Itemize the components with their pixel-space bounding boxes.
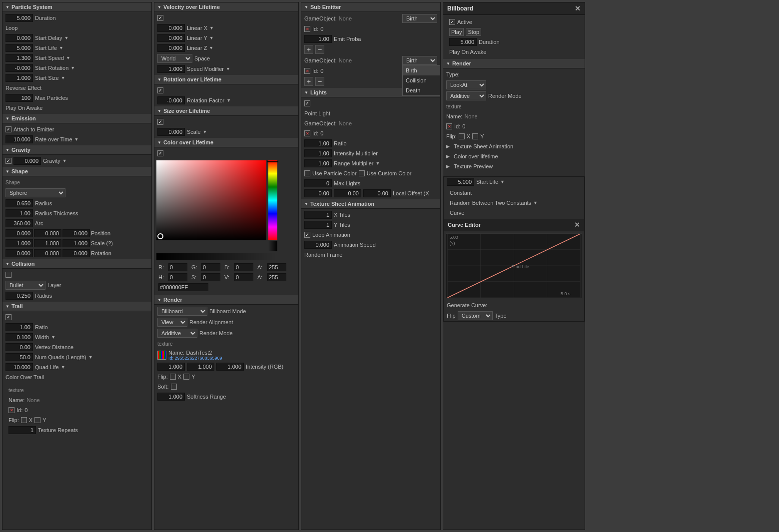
bb-color-lifetime-toggle[interactable]: ▶ <box>446 154 450 159</box>
rot-checkbox[interactable] <box>157 87 163 93</box>
trail-quads-dropdown[interactable]: ▼ <box>88 355 93 360</box>
flip-y-checkbox2[interactable] <box>183 374 189 380</box>
start-rotation-dropdown[interactable]: ▼ <box>70 65 75 70</box>
lights-checkbox[interactable] <box>304 100 310 106</box>
color-lifetime-header[interactable]: ▼ Color over Lifetime <box>154 138 298 147</box>
start-speed-dropdown[interactable]: ▼ <box>66 55 70 60</box>
start-life-field[interactable] <box>5 44 33 52</box>
max-lights-field[interactable] <box>304 179 332 187</box>
bb-additive-select[interactable]: Additive <box>446 91 486 100</box>
se-id-x1[interactable] <box>304 26 310 32</box>
ratio-field[interactable] <box>304 139 332 147</box>
rot-z-field[interactable] <box>62 249 90 257</box>
s-input[interactable] <box>201 273 220 281</box>
radius-field[interactable] <box>5 199 33 207</box>
trail-ratio-field[interactable] <box>5 323 33 331</box>
intensity-b-field[interactable] <box>216 363 244 371</box>
trail-vertex-field[interactable] <box>5 343 33 351</box>
sub-emitter-header[interactable]: ▼ Sub Emitter <box>301 2 440 12</box>
linear-x-field[interactable] <box>157 24 185 32</box>
size-checkbox[interactable] <box>157 119 163 125</box>
billboard-close-btn[interactable]: ✕ <box>575 4 581 12</box>
vel-checkbox[interactable] <box>157 15 163 21</box>
bb-tex-preview-toggle[interactable]: ▶ <box>446 164 450 169</box>
shape-header[interactable]: ▼ Shape <box>2 167 151 176</box>
offset-y-field[interactable] <box>334 189 361 197</box>
bb-lookat-select[interactable]: LookAt <box>446 80 486 89</box>
softness-range-field[interactable] <box>157 393 185 401</box>
linear-x-dropdown[interactable]: ▼ <box>209 25 214 30</box>
velocity-header[interactable]: ▼ Velocity over Lifetime <box>154 2 298 12</box>
rate-over-time-field[interactable] <box>5 135 33 143</box>
y-tiles-field[interactable] <box>304 221 332 229</box>
trail-quad-life-field[interactable] <box>5 363 33 371</box>
rotation-factor-field[interactable] <box>157 96 185 104</box>
start-delay-field[interactable] <box>5 34 33 42</box>
bb-render-header[interactable]: ▼ Render <box>443 59 585 68</box>
texture-repeats-field[interactable] <box>8 426 36 434</box>
col-radius-field[interactable] <box>5 292 33 300</box>
custom-select[interactable]: Custom <box>458 311 493 320</box>
anim-speed-field[interactable] <box>304 241 332 249</box>
color-picker-cursor[interactable] <box>157 233 163 239</box>
soft-checkbox[interactable] <box>171 384 177 390</box>
flip-x-checkbox[interactable] <box>21 417 27 423</box>
range-mult-dropdown[interactable]: ▼ <box>375 161 380 166</box>
space-select[interactable]: World <box>157 54 192 63</box>
start-delay-dropdown[interactable]: ▼ <box>64 35 68 40</box>
se-birth-select2[interactable]: Birth <box>402 56 437 65</box>
x-tiles-field[interactable] <box>304 211 332 219</box>
scale-dropdown[interactable]: ▼ <box>203 129 207 134</box>
color-gradient[interactable] <box>156 160 266 240</box>
render-header[interactable]: ▼ Render <box>154 295 298 305</box>
trail-num-quads-field[interactable] <box>5 353 33 361</box>
start-life-dropdown[interactable]: ▼ <box>59 45 63 50</box>
range-mult-field[interactable] <box>304 159 332 167</box>
start-speed-field[interactable] <box>5 54 33 62</box>
random-between-dropdown[interactable]: ▼ <box>533 200 538 205</box>
bb-tex-sheet-toggle[interactable]: ▶ <box>446 144 450 149</box>
active-checkbox[interactable] <box>449 19 455 25</box>
texture-sheet-header[interactable]: ▼ Texture Sheet Animation <box>301 199 440 209</box>
speed-mod-dropdown[interactable]: ▼ <box>226 66 230 71</box>
death-option[interactable]: Death <box>403 85 441 95</box>
bb-duration-field[interactable] <box>449 38 477 46</box>
bb-flip-y-checkbox[interactable] <box>472 133 478 139</box>
collision-option[interactable]: Collision <box>403 75 441 85</box>
use-particle-color-checkbox[interactable] <box>304 170 310 176</box>
linear-z-field[interactable] <box>157 44 185 52</box>
loop-anim-checkbox[interactable] <box>304 232 310 238</box>
start-rotation-field[interactable] <box>5 64 33 72</box>
gravity-checkbox[interactable] <box>5 158 11 164</box>
gravity-field[interactable] <box>13 157 41 165</box>
stop-button[interactable]: Stop <box>466 28 481 36</box>
rot-factor-dropdown[interactable]: ▼ <box>226 98 231 103</box>
emission-header[interactable]: ▼ Emission <box>2 114 151 123</box>
a-input[interactable] <box>267 263 286 271</box>
rot-y-field[interactable] <box>34 249 61 257</box>
scale-y-field[interactable] <box>34 239 61 247</box>
shape-select[interactable]: Sphere <box>5 188 65 197</box>
collision-header[interactable]: ▼ Collision <box>2 259 151 269</box>
rot-x-field[interactable] <box>5 249 33 257</box>
offset-z-field[interactable] <box>363 189 391 197</box>
layer-select[interactable]: Bullet <box>5 281 45 290</box>
duration-field[interactable]: 5.000 <box>5 14 33 22</box>
a2-input[interactable] <box>267 273 286 281</box>
hex-input[interactable] <box>158 283 208 291</box>
trail-width-field[interactable] <box>5 333 33 341</box>
curve-start-life-field[interactable] <box>447 178 474 186</box>
pos-x-field[interactable] <box>5 229 33 237</box>
intensity-mult-field[interactable] <box>304 149 332 157</box>
linear-y-field[interactable] <box>157 34 185 42</box>
se-birth-select1[interactable]: Birth <box>402 14 437 23</box>
scale-x-field[interactable] <box>5 239 33 247</box>
trail-quad-life-dropdown[interactable]: ▼ <box>61 365 65 370</box>
rotation-lifetime-header[interactable]: ▼ Rotation over Lifetime <box>154 75 298 84</box>
curve-editor[interactable]: 5.00 (?) 5.0 s Start Life <box>446 233 582 298</box>
curve-editor-close-btn[interactable]: ✕ <box>574 221 580 229</box>
linear-y-dropdown[interactable]: ▼ <box>209 35 214 40</box>
start-size-field[interactable] <box>5 74 33 82</box>
color-checkbox[interactable] <box>157 150 163 156</box>
r-input[interactable] <box>168 263 187 271</box>
